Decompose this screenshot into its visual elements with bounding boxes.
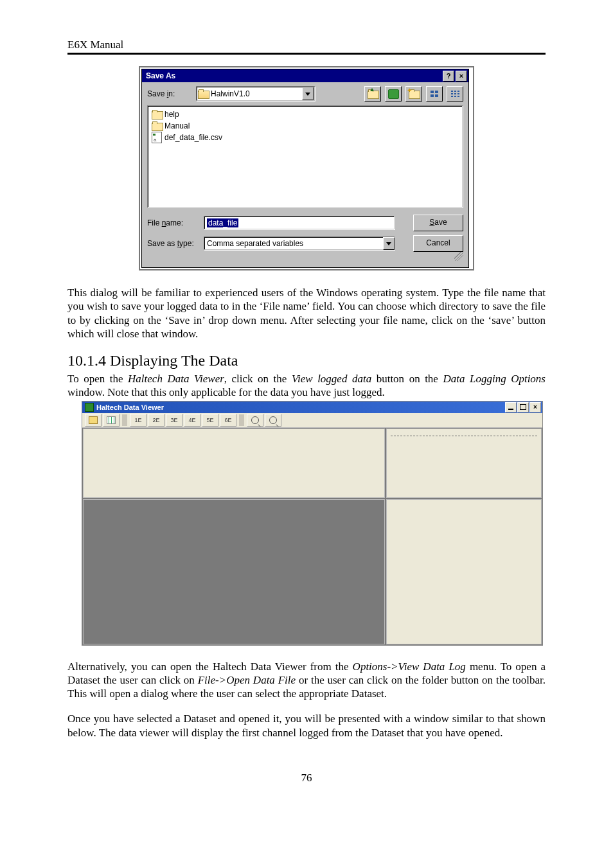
header-rule [67,53,546,55]
folder-item[interactable]: Manual [152,120,459,132]
layout-3-button[interactable]: 3E [166,414,182,427]
new-folder-button[interactable]: ✦ [405,86,422,102]
chart-layout-button[interactable] [103,414,120,427]
view-details-button[interactable] [447,86,463,102]
paragraph: Alternatively, you can open the Haltech … [67,660,546,701]
layout-5-button[interactable]: 5E [202,414,218,427]
save-in-dropdown[interactable]: HalwinV1.0 [196,86,315,102]
save-as-titlebar[interactable]: Save As ? × [142,69,468,82]
haltech-titlebar[interactable]: Haltech Data Viewer × [82,402,542,413]
toolbar-separator [239,414,244,426]
layout-1-button[interactable]: 1E [130,414,147,427]
save-as-title: Save As [146,71,175,80]
csv-file-icon [152,132,162,143]
chart-pane-top-right[interactable] [386,429,542,498]
titlebar-close-button[interactable]: × [456,71,467,82]
haltech-viewer-frame: Haltech Data Viewer × 1E 2E 3E 4E 5E 6E [82,401,543,646]
up-one-level-button[interactable] [364,86,381,102]
save-as-dialog-frame: Save As ? × Save in: HalwinV1.0 [139,66,474,270]
dropdown-arrow-icon[interactable] [383,237,395,250]
file-label: def_data_file.csv [164,133,222,142]
haltech-title: Haltech Data Viewer [96,403,164,411]
dropdown-arrow-icon[interactable] [302,87,314,100]
page-number: 76 [67,772,546,784]
save-as-type-label: Save as type: [147,239,200,248]
folder-label: Manual [164,121,190,130]
zoom-in-button[interactable] [247,414,263,427]
section-heading: 10.1.4 Displaying The Data [67,352,546,369]
file-name-value: data_file [207,218,238,227]
magnifier-minus-icon [269,416,277,424]
layout-4-button[interactable]: 4E [184,414,200,427]
chart-icon [107,416,116,424]
close-button[interactable]: × [529,402,541,412]
open-file-button[interactable] [85,414,102,427]
layout-6-button[interactable]: 6E [220,414,236,427]
save-as-dialog: Save As ? × Save in: HalwinV1.0 [141,69,469,268]
paragraph: This dialog will be familiar to experien… [67,286,546,341]
folder-icon [152,110,162,119]
file-item[interactable]: def_data_file.csv [152,132,459,143]
file-list-pane[interactable]: help Manual def_data_file.csv [147,105,463,208]
maximize-button[interactable] [517,402,529,412]
save-button[interactable]: Save [413,215,463,231]
cancel-button[interactable]: Cancel [413,235,463,252]
folder-open-icon [198,89,208,98]
haltech-toolbar: 1E 2E 3E 4E 5E 6E [82,413,542,428]
layout-2-button[interactable]: 2E [148,414,164,427]
save-as-type-value: Comma separated variables [207,239,383,248]
folder-label: help [164,110,179,119]
magnifier-plus-icon [251,416,259,424]
resize-grip-icon[interactable] [454,252,463,261]
save-in-label: Save in: [147,89,192,98]
paragraph: To open the Haltech Data Viewer, click o… [67,372,546,400]
toolbar-separator [122,414,127,426]
chart-pane-bottom-left[interactable] [83,499,385,644]
file-name-input[interactable]: data_file [204,216,395,230]
titlebar-help-button[interactable]: ? [443,71,454,82]
view-list-button[interactable] [426,86,443,102]
folder-icon [152,121,162,130]
minimize-button[interactable] [505,402,517,412]
file-name-label: File name: [147,218,200,227]
paragraph: Once you have selected a Dataset and ope… [67,712,546,740]
haltech-body [82,428,542,645]
haltech-viewer-window: Haltech Data Viewer × 1E 2E 3E 4E 5E 6E [82,402,542,645]
chart-pane-bottom-right[interactable] [386,499,542,644]
view-desktop-button[interactable] [385,86,402,102]
folder-open-icon [89,416,98,424]
doc-header: E6X Manual [67,39,546,51]
chart-pane-top-left[interactable] [83,429,385,498]
app-icon [85,403,94,412]
folder-item[interactable]: help [152,109,459,120]
save-in-value: HalwinV1.0 [211,89,250,98]
save-as-type-dropdown[interactable]: Comma separated variables [204,236,395,251]
zoom-out-button[interactable] [265,414,281,427]
